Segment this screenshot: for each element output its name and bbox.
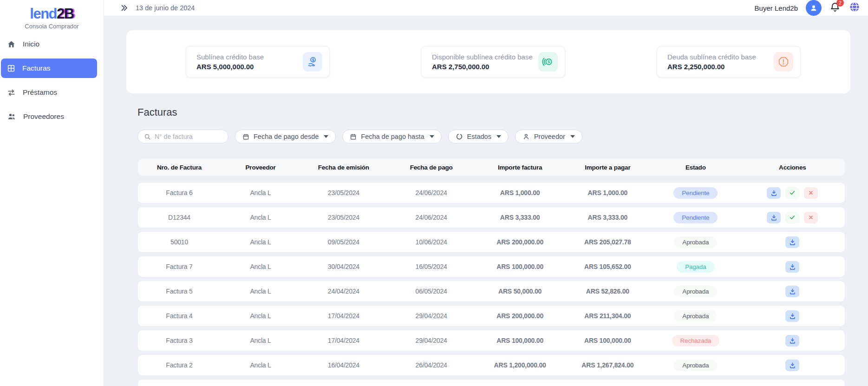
download-icon (789, 362, 796, 369)
cell-payable-amount: ARS 100,000.00 (564, 337, 651, 344)
download-icon (789, 239, 796, 246)
filter-fecha-de-pago-hasta[interactable]: Fecha de pago hasta (342, 130, 441, 144)
cell-payable-amount: ARS 211,304.00 (564, 312, 651, 320)
column-header-estado: Estado (651, 164, 740, 171)
sidebar-item-label: Proveedores (23, 112, 64, 121)
cell-status: Aprobada (651, 236, 740, 248)
download-invoice-button[interactable] (785, 261, 799, 273)
cell-invoice-number: Factura 3 (138, 337, 221, 344)
sidebar-item-label: Inicio (23, 40, 39, 48)
status-badge: Aprobada (674, 310, 717, 322)
x-icon (808, 190, 814, 196)
status-badge: Pagada (677, 261, 714, 273)
cell-invoice-amount: ARS 200,000.00 (476, 238, 564, 246)
alert-octagon-icon (777, 56, 790, 68)
cell-invoice-amount: ARS 1,000.00 (476, 189, 564, 196)
approve-invoice-button[interactable] (785, 187, 799, 199)
download-invoice-button[interactable] (767, 187, 781, 199)
reject-invoice-button[interactable] (804, 187, 818, 199)
hand-coin-icon: $ (307, 56, 319, 68)
notification-badge: 2 (836, 0, 844, 7)
search-icon (144, 133, 151, 140)
coins-icon: $ (542, 56, 554, 68)
download-icon (770, 214, 777, 221)
summary-card-disponible-sublinea-credito-base: Disponible sublínea crédito baseARS 2,75… (421, 46, 565, 78)
cell-provider: Ancla L (221, 312, 300, 320)
cell-provider: Ancla L (221, 361, 300, 369)
summary-card-label: Disponible sublínea crédito base (432, 53, 533, 61)
search-input[interactable] (155, 133, 222, 140)
table-row: Factura 3Ancla L17/04/202429/04/2024ARS … (137, 330, 845, 351)
user-avatar[interactable] (806, 0, 822, 16)
collapse-sidebar-icon[interactable] (120, 4, 128, 12)
reject-invoice-button[interactable] (804, 212, 818, 223)
download-invoice-button[interactable] (785, 335, 799, 347)
filter-estados[interactable]: Estados (448, 130, 509, 144)
check-icon (789, 214, 796, 221)
person-icon (522, 133, 530, 140)
cell-actions (740, 310, 845, 322)
filter-proveedor[interactable]: Proveedor (515, 130, 582, 144)
download-icon (789, 313, 796, 320)
transfer-icon (7, 88, 16, 97)
user-name: Buyer Lend2b (755, 4, 798, 12)
cell-status: Aprobada (651, 360, 740, 371)
download-icon (789, 288, 796, 295)
approve-invoice-button[interactable] (785, 212, 799, 223)
sidebar-item-prestamos[interactable]: Préstamos (1, 83, 97, 102)
download-invoice-button[interactable] (785, 236, 799, 248)
cell-due-date: 24/06/2024 (387, 189, 476, 196)
cell-invoice-number: Factura 5 (138, 288, 221, 295)
current-date: 13 de junio de 2024 (136, 4, 195, 12)
status-circle-icon (456, 133, 463, 140)
download-invoice-button[interactable] (785, 286, 799, 297)
invoice-search[interactable] (137, 130, 228, 144)
sidebar-item-label: Facturas (22, 64, 50, 72)
download-icon (789, 337, 796, 344)
download-invoice-button[interactable] (785, 360, 799, 371)
summary-card-label: Deuda sublínea crédito base (667, 53, 756, 61)
summary-card-text: Sublínea crédito baseARS 5,000,000.00 (196, 53, 264, 71)
table-row: 50010Ancla L09/05/202410/06/2024ARS 200,… (137, 231, 845, 253)
caret-down-icon (496, 135, 501, 138)
cell-due-date: 06/05/2024 (387, 288, 476, 295)
status-badge: Aprobada (674, 286, 717, 297)
language-button[interactable] (848, 1, 861, 15)
cell-provider: Ancla L (221, 189, 300, 196)
cell-payable-amount: ARS 105,652.00 (564, 263, 651, 270)
column-header-fecha-de-pago: Fecha de pago (387, 164, 476, 171)
sidebar-item-inicio[interactable]: Inicio (1, 34, 97, 54)
download-invoice-button[interactable] (767, 212, 781, 223)
notifications-button[interactable]: 2 (829, 1, 841, 14)
cell-invoice-number: D12344 (138, 214, 221, 221)
cell-invoice-amount: ARS 200,000.00 (476, 312, 564, 320)
sidebar-item-facturas[interactable]: Facturas (1, 59, 97, 78)
grid-icon (7, 64, 15, 72)
cell-status: Pendiente (651, 212, 740, 223)
sidebar-item-proveedores[interactable]: Proveedores (1, 107, 97, 126)
table-row: Factura 6Ancla L23/05/202424/06/2024ARS … (137, 182, 845, 203)
cell-payable-amount: ARS 3,333.00 (564, 214, 651, 221)
summary-card-sublinea-credito-base: Sublínea crédito baseARS 5,000,000.00$ (186, 46, 330, 78)
content-area: Sublínea crédito baseARS 5,000,000.00$Di… (104, 16, 868, 386)
filter-label: Proveedor (534, 133, 565, 140)
check-icon (789, 190, 796, 196)
status-badge: Pendiente (673, 212, 718, 223)
cell-provider: Ancla L (221, 214, 300, 221)
cell-payable-amount: ARS 1,267,824.00 (564, 361, 651, 369)
filter-fecha-de-pago-desde[interactable]: Fecha de pago desde (235, 130, 336, 144)
cell-actions (740, 236, 845, 248)
download-icon (770, 190, 777, 196)
cell-due-date: 24/06/2024 (387, 214, 476, 221)
cell-actions (740, 212, 845, 223)
summary-card-value: ARS 5,000,000.00 (196, 63, 264, 71)
cell-invoice-amount: ARS 3,333.00 (476, 214, 564, 221)
summary-card-icon-box: $ (303, 52, 322, 72)
download-icon (789, 263, 796, 270)
cell-issue-date: 09/05/2024 (300, 238, 387, 246)
download-invoice-button[interactable] (785, 310, 799, 322)
table-body: Factura 6Ancla L23/05/202424/06/2024ARS … (137, 182, 845, 386)
cell-status: Pagada (651, 261, 740, 273)
table-row: D12344Ancla L23/05/202424/06/2024ARS 3,3… (137, 207, 845, 228)
caret-down-icon (430, 135, 434, 138)
